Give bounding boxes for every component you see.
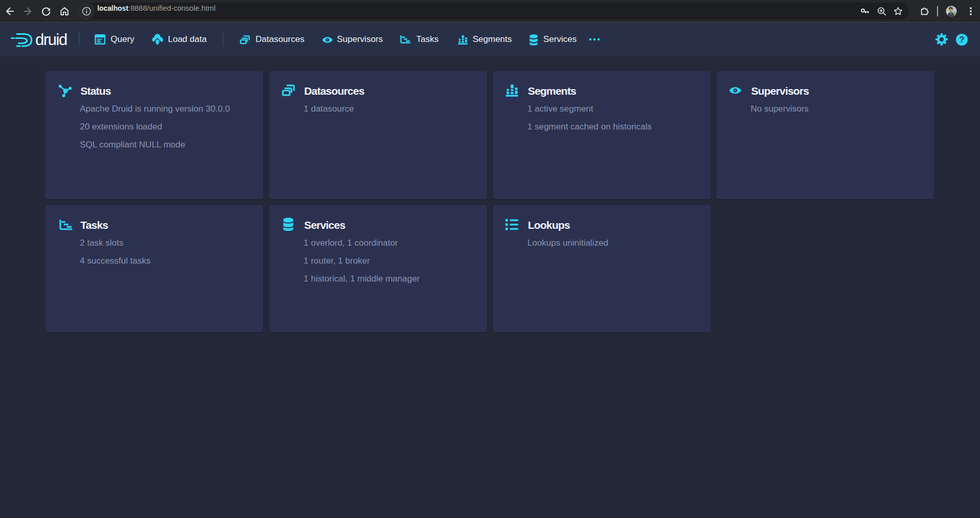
svg-text:?: ? — [959, 35, 964, 44]
